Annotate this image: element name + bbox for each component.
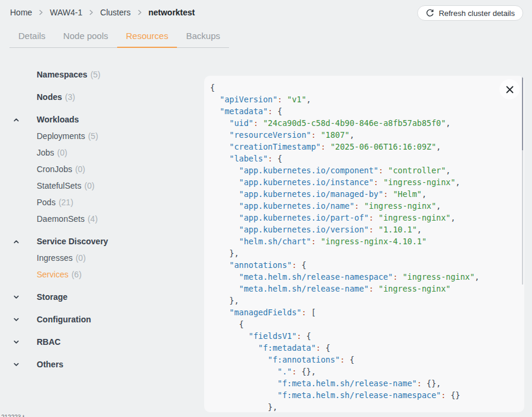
sidebar-item-count: (5) bbox=[91, 70, 101, 79]
chevron-spacer bbox=[12, 93, 20, 101]
resource-detail-panel: { "apiVersion": "v1", "metadata": { "uid… bbox=[204, 76, 524, 412]
code-line: "app.kubernetes.io/version": "1.10.1", bbox=[210, 224, 517, 235]
sidebar-item-count: (0) bbox=[57, 148, 67, 157]
sidebar-item-label: Services bbox=[37, 270, 69, 279]
sidebar-item-services[interactable]: Services(6) bbox=[0, 266, 204, 283]
sidebar-item-label: StatefulSets bbox=[37, 181, 82, 190]
sidebar-item-count: (5) bbox=[88, 131, 98, 141]
sidebar-item-label: DaemonSets bbox=[37, 214, 85, 224]
sidebar-item-label: Namespaces bbox=[37, 70, 88, 79]
chevron-up-icon bbox=[12, 115, 20, 124]
sidebar-item-label: CronJobs bbox=[37, 164, 72, 174]
code-line: "resourceVersion": "1807", bbox=[210, 129, 517, 141]
code-line: "apiVersion": "v1", bbox=[210, 93, 517, 105]
chevron-down-icon bbox=[12, 338, 20, 346]
code-line: "labels": { bbox=[210, 153, 517, 164]
sidebar-item-label: Workloads bbox=[37, 115, 79, 124]
code-line: "f:meta.helm.sh/release-namespace": {} bbox=[210, 389, 517, 401]
sidebar-item-deployments[interactable]: Deployments(5) bbox=[0, 128, 204, 144]
sidebar-item-storage[interactable]: Storage bbox=[0, 289, 204, 305]
breadcrumb-link-home[interactable]: Home bbox=[10, 8, 32, 17]
code-line: }, bbox=[210, 247, 517, 259]
sidebar-item-label: Ingresses bbox=[37, 253, 73, 263]
code-line: "helm.sh/chart": "ingress-nginx-4.10.1" bbox=[210, 235, 517, 247]
chevron-down-icon bbox=[12, 293, 20, 301]
sidebar-item-statefulsets[interactable]: StatefulSets(0) bbox=[0, 177, 204, 194]
scrollbar-track bbox=[522, 150, 523, 285]
code-line: "app.kubernetes.io/name": "ingress-nginx… bbox=[210, 200, 517, 212]
sidebar-item-jobs[interactable]: Jobs(0) bbox=[0, 144, 204, 161]
scrollbar-thumb[interactable] bbox=[522, 76, 523, 150]
sidebar-item-count: (0) bbox=[85, 181, 95, 190]
breadcrumb-current: networktest bbox=[149, 8, 195, 17]
sidebar-item-label: RBAC bbox=[37, 337, 60, 347]
code-line: "app.kubernetes.io/instance": "ingress-n… bbox=[210, 176, 517, 188]
sidebar-item-workloads[interactable]: Workloads bbox=[0, 111, 204, 128]
breadcrumb: HomeWAW4-1Clustersnetworktest bbox=[10, 8, 195, 17]
sidebar-item-daemonsets[interactable]: DaemonSets(4) bbox=[0, 211, 204, 227]
tab-details[interactable]: Details bbox=[9, 31, 54, 48]
code-line: ".": {}, bbox=[210, 366, 517, 377]
sidebar-item-rbac[interactable]: RBAC bbox=[0, 334, 204, 350]
code-line: "f:annotations": { bbox=[210, 354, 517, 366]
sidebar-item-service-discovery[interactable]: Service Discovery bbox=[0, 233, 204, 250]
code-line: "f:metadata": { bbox=[210, 342, 517, 354]
breadcrumb-link-waw4-1[interactable]: WAW4-1 bbox=[50, 8, 82, 17]
sidebar-item-count: (0) bbox=[76, 253, 86, 263]
sidebar-item-count: (6) bbox=[72, 270, 82, 279]
code-line: "metadata": { bbox=[210, 105, 517, 117]
sidebar-item-namespaces[interactable]: Namespaces(5) bbox=[0, 66, 204, 83]
sidebar-item-others[interactable]: Others bbox=[0, 356, 204, 373]
tab-node-pools[interactable]: Node pools bbox=[54, 31, 117, 48]
sidebar-item-label: Nodes bbox=[37, 92, 62, 102]
chevron-right-icon bbox=[136, 9, 143, 16]
code-line: }, bbox=[210, 401, 517, 412]
refresh-button-label: Refresh cluster details bbox=[439, 9, 515, 18]
code-line: { bbox=[210, 318, 517, 330]
sidebar-item-label: Pods bbox=[37, 198, 56, 207]
sidebar-item-nodes[interactable]: Nodes(3) bbox=[0, 89, 204, 105]
code-line: "meta.helm.sh/release-namespace": "ingre… bbox=[210, 271, 517, 283]
chevron-down-icon bbox=[12, 360, 20, 368]
clipped-bottom-text: 212223 t bbox=[1, 414, 24, 417]
tab-resources[interactable]: Resources bbox=[117, 31, 178, 48]
chevron-right-icon bbox=[37, 9, 44, 16]
code-viewer[interactable]: { "apiVersion": "v1", "metadata": { "uid… bbox=[204, 76, 524, 412]
chevron-up-icon bbox=[12, 237, 20, 245]
close-icon bbox=[505, 85, 514, 94]
code-line: }, bbox=[210, 295, 517, 306]
tabs: DetailsNode poolsResourcesBackups bbox=[9, 31, 229, 48]
sidebar-item-label: Deployments bbox=[37, 131, 85, 141]
chevron-down-icon bbox=[12, 315, 20, 324]
sidebar-item-label: Storage bbox=[37, 292, 67, 302]
sidebar-item-pods[interactable]: Pods(21) bbox=[0, 194, 204, 211]
sidebar-item-label: Service Discovery bbox=[37, 237, 108, 246]
code-line: { bbox=[210, 82, 517, 93]
sidebar-item-ingresses[interactable]: Ingresses(0) bbox=[0, 250, 204, 266]
breadcrumb-link-clusters[interactable]: Clusters bbox=[100, 8, 130, 17]
refresh-cluster-details-button[interactable]: Refresh cluster details bbox=[417, 5, 523, 21]
code-line: "uid": "24ca90d5-c58d-4b90-846e-a8fb57ab… bbox=[210, 117, 517, 129]
code-line: "app.kubernetes.io/part-of": "ingress-ng… bbox=[210, 212, 517, 224]
code-line: "f:meta.helm.sh/release-name": {}, bbox=[210, 377, 517, 389]
code-line: "app.kubernetes.io/component": "controll… bbox=[210, 164, 517, 176]
sidebar-item-label: Jobs bbox=[37, 148, 54, 157]
code-line: "creationTimestamp": "2025-06-06T16:16:0… bbox=[210, 141, 517, 153]
sidebar-item-count: (3) bbox=[65, 92, 75, 102]
sidebar-item-configuration[interactable]: Configuration bbox=[0, 311, 204, 328]
code-line: "annotations": { bbox=[210, 259, 517, 271]
code-line: "meta.helm.sh/release-name": "ingress-ng… bbox=[210, 283, 517, 295]
sidebar-item-label: Others bbox=[37, 360, 63, 369]
sidebar-item-count: (21) bbox=[59, 198, 73, 207]
chevron-right-icon bbox=[88, 9, 95, 16]
code-line: "managedFields": [ bbox=[210, 306, 517, 318]
sidebar: Namespaces(5)Nodes(3)WorkloadsDeployment… bbox=[0, 60, 204, 373]
tab-backups[interactable]: Backups bbox=[177, 31, 229, 48]
sidebar-item-cronjobs[interactable]: CronJobs(0) bbox=[0, 161, 204, 177]
sidebar-item-count: (0) bbox=[75, 164, 85, 174]
sidebar-item-count: (4) bbox=[88, 214, 98, 224]
code-line: "app.kubernetes.io/managed-by": "Helm", bbox=[210, 188, 517, 200]
cluster-resources-page: { "breadcrumb": { "items": ["Home", "WAW… bbox=[0, 0, 532, 417]
close-button[interactable] bbox=[499, 79, 520, 99]
code-line: "fieldsV1": { bbox=[210, 330, 517, 342]
